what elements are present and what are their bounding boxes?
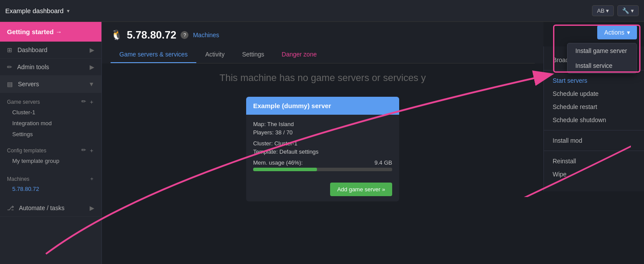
sidebar-dashboard-label: Dashboard (17, 46, 48, 53)
getting-started-label: Getting started → (7, 28, 62, 35)
machines-breadcrumb[interactable]: Machines (193, 32, 219, 39)
server-cluster-section: Cluster: Cluster-1 Template: Default set… (253, 140, 392, 155)
game-servers-subsection: Game servers ✏ ＋ Cluster-1 Integration m… (0, 93, 101, 141)
right-panel-reinstall[interactable]: Reinstall (544, 155, 644, 168)
dashboard-chevron: ▶ (90, 46, 94, 53)
help-icon[interactable]: ? (181, 31, 188, 39)
content-header-top: 🐧 5.78.80.72 ? Machines (111, 29, 535, 41)
actions-dropdown: Install game server Install service (567, 43, 637, 74)
sidebar-item-servers[interactable]: ▤ Servers ▼ (0, 76, 101, 93)
actions-area: Actions ▾ Install game server Install se… (543, 22, 644, 46)
right-panel-schedule-restart[interactable]: Schedule restart (544, 100, 644, 113)
mem-progress-bg (253, 168, 392, 171)
right-panel-schedule-update[interactable]: Schedule update (544, 87, 644, 100)
server-cluster-row: Cluster: Cluster-1 (253, 140, 392, 147)
mem-progress-fill (253, 168, 317, 171)
admin-tools-chevron: ▶ (90, 63, 94, 70)
server-template-row: Template: Default settings (253, 148, 392, 155)
settings-link[interactable]: Settings (0, 129, 101, 140)
mem-usage-row: Mem. usage (46%): 9.4 GB (253, 159, 392, 166)
right-panel-wipe[interactable]: Wipe (544, 168, 644, 181)
tab-activity[interactable]: Activity (196, 46, 233, 63)
sidebar: Getting started → ⊞ Dashboard ▶ ✏ Admin … (0, 22, 102, 264)
add-game-server-icon[interactable]: ＋ (89, 98, 94, 106)
top-nav-left: Example dashboard ▾ (5, 7, 70, 14)
add-machine-icon[interactable]: ＋ (89, 175, 94, 183)
server-card-header: Example (dummy) server (246, 97, 399, 115)
dashboard-icon: ⊞ (7, 46, 12, 53)
edit-game-servers-icon[interactable]: ✏ (81, 98, 86, 106)
right-panel-install-mod[interactable]: Install mod (544, 134, 644, 147)
my-template-group-link[interactable]: My template group (0, 155, 101, 166)
right-panel-section-servers: Start servers Schedule update Schedule r… (544, 74, 644, 127)
top-nav-right: AB ▾ 🔧 ▾ (592, 5, 639, 16)
add-config-icon[interactable]: ＋ (89, 147, 94, 155)
server-card-body: Map: The Island Players: 38 / 70 Cluster… (246, 115, 399, 177)
sidebar-item-dashboard[interactable]: ⊞ Dashboard ▶ (0, 42, 101, 59)
content-body: This machine has no game servers or serv… (102, 63, 543, 264)
content-header: 🐧 5.78.80.72 ? Machines Game servers & s… (102, 22, 543, 63)
install-game-server-item[interactable]: Install game server (567, 43, 637, 58)
linux-icon: 🐧 (111, 29, 122, 41)
integration-mod-link[interactable]: Integration mod (0, 118, 101, 129)
ab-button[interactable]: AB ▾ (592, 5, 614, 16)
server-card-footer: Add game server » (246, 177, 399, 201)
sidebar-admin-tools-label: Admin tools (17, 63, 49, 70)
dashboard-title[interactable]: Example dashboard (5, 7, 63, 14)
right-panel-start-servers[interactable]: Start servers (544, 74, 644, 87)
sidebar-section-main: ⊞ Dashboard ▶ ✏ Admin tools ▶ ▤ Servers … (0, 42, 101, 93)
config-templates-subsection: Config templates ✏ ＋ My template group (0, 141, 101, 168)
tab-danger-zone[interactable]: Danger zone (273, 46, 325, 63)
servers-chevron: ▼ (88, 81, 94, 88)
config-templates-label: Config templates ✏ ＋ (0, 145, 101, 155)
right-panel-divider-2 (544, 130, 644, 130)
sidebar-item-admin-tools[interactable]: ✏ Admin tools ▶ (0, 59, 101, 76)
right-panel-divider-3 (544, 151, 644, 151)
main-layout: Getting started → ⊞ Dashboard ▶ ✏ Admin … (0, 22, 644, 264)
sidebar-item-automate[interactable]: ⎇ Automate / tasks ▶ (0, 200, 101, 217)
game-servers-label: Game servers ✏ ＋ (0, 96, 101, 107)
tab-settings[interactable]: Settings (233, 46, 273, 63)
server-players-row: Players: 38 / 70 (253, 129, 392, 136)
machines-subsection: Machines ＋ 5.78.80.72 (0, 168, 101, 196)
server-card: Example (dummy) server Map: The Island P… (246, 97, 399, 201)
right-panel-wrapper: Actions ▾ Install game server Install se… (543, 22, 644, 264)
content-area: 🐧 5.78.80.72 ? Machines Game servers & s… (102, 22, 543, 264)
servers-icon: ▤ (7, 81, 13, 88)
cluster-1-link[interactable]: Cluster-1 (0, 107, 101, 118)
admin-tools-icon: ✏ (7, 63, 12, 70)
tabs: Game servers & services Activity Setting… (111, 46, 535, 63)
server-ip-title: 5.78.80.72 (127, 29, 176, 41)
sidebar-automate-label: Automate / tasks (19, 204, 64, 211)
automate-icon: ⎇ (7, 204, 14, 211)
sidebar-servers-label: Servers (18, 81, 39, 88)
right-panel-section-mod: Install mod (544, 134, 644, 147)
dashboard-dropdown-caret[interactable]: ▾ (67, 8, 70, 14)
add-game-server-button[interactable]: Add game server » (330, 183, 392, 196)
install-service-item[interactable]: Install service (567, 58, 637, 73)
right-panel-schedule-shutdown[interactable]: Schedule shutdown (544, 113, 644, 127)
tab-game-servers[interactable]: Game servers & services (111, 46, 196, 63)
sidebar-item-getting-started[interactable]: Getting started → (0, 22, 101, 42)
top-nav: Example dashboard ▾ AB ▾ 🔧 ▾ (0, 0, 644, 22)
machine-ip-link[interactable]: 5.78.80.72 (0, 183, 101, 194)
actions-button[interactable]: Actions ▾ (597, 25, 637, 39)
right-panel-section-reinstall: Reinstall Wipe (544, 155, 644, 181)
automate-chevron: ▶ (90, 204, 94, 211)
edit-config-icon[interactable]: ✏ (81, 147, 86, 155)
machines-label: Machines ＋ (0, 172, 101, 183)
tools-button[interactable]: 🔧 ▾ (617, 5, 639, 16)
server-map-row: Map: The Island (253, 121, 392, 127)
no-servers-message: This machine has no game servers or serv… (111, 72, 535, 84)
